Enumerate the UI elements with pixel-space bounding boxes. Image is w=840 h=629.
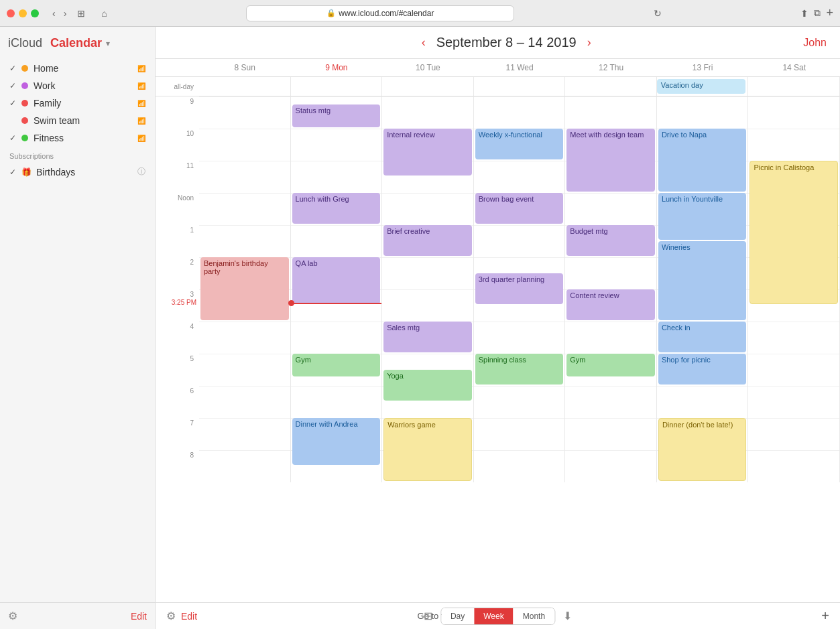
checkmark-fitness: ✓: [9, 133, 20, 143]
hour-line-6-0: [748, 96, 839, 97]
event-18[interactable]: Drive to Napa: [658, 129, 747, 192]
next-week-button[interactable]: ›: [587, 36, 591, 50]
sidebar-toggle-button[interactable]: ⊞: [77, 8, 85, 19]
hour-line-2-3: [382, 193, 473, 194]
event-21[interactable]: Check in: [658, 322, 747, 352]
add-tab-button[interactable]: +: [826, 6, 833, 20]
day-name-0: 8 Sun: [235, 63, 255, 72]
tab-overview-button[interactable]: ⧉: [814, 7, 821, 19]
time-gutter: [156, 59, 199, 76]
cal-grid-icon-button[interactable]: ⊞: [424, 610, 432, 622]
current-time-label: 3:25 PM: [172, 299, 196, 306]
event-5[interactable]: Internal review: [383, 129, 472, 176]
days-grid: Benjamin's birthday partyStatus mtgLunch…: [199, 96, 840, 482]
hour-line-1-7: [291, 322, 382, 322]
edit-button[interactable]: Edit: [131, 611, 147, 622]
info-icon-birthdays[interactable]: ⓘ: [137, 166, 145, 178]
day-col-2: Internal reviewBrief creativeSales mtgYo…: [382, 96, 474, 482]
day-col-5: Drive to NapaLunch in YountvilleWineries…: [657, 96, 749, 482]
home-button[interactable]: ⌂: [101, 8, 107, 19]
event-2[interactable]: QA lab: [292, 257, 381, 304]
scroll-area[interactable]: 91011Noon123456783:25 PM Benjamin's birt…: [156, 96, 840, 602]
allday-event-0[interactable]: Vacation day: [657, 79, 745, 94]
current-time-line: [291, 303, 382, 304]
event-10[interactable]: Weekly x-functional: [475, 129, 564, 159]
settings-button[interactable]: ⚙: [8, 610, 17, 622]
event-13[interactable]: Spinning class: [475, 354, 564, 385]
event-14[interactable]: Meet with design team: [566, 129, 655, 192]
time-label-9: 6: [156, 386, 199, 418]
checkmark-home: ✓: [9, 64, 20, 73]
user-name[interactable]: John: [803, 37, 827, 49]
hour-line-4-3: [565, 193, 656, 194]
download-button[interactable]: ⬇: [563, 610, 572, 622]
hour-line-0-4: [199, 225, 290, 226]
calendar-list: ✓ Home 📶 ✓ Work 📶 ✓ Family 📶 Swim team 📶…: [0, 57, 155, 602]
view-day-button[interactable]: Day: [441, 608, 474, 624]
event-11[interactable]: Brown bag event: [475, 193, 564, 224]
maximize-button[interactable]: [31, 9, 39, 17]
sidebar-item-swimteam[interactable]: Swim team 📶: [3, 112, 152, 129]
event-9[interactable]: Warriors game: [383, 418, 472, 481]
browser-nav: ‹ ›: [50, 7, 69, 20]
hour-line-0-0: [199, 96, 290, 97]
week-grid: 8 Sun 9 Mon 10 Tue 11 Wed 12 Thu 13 Fri …: [156, 59, 840, 629]
allday-cell-3: [474, 77, 566, 96]
url-bar[interactable]: 🔒 www.icloud.com/#calendar: [246, 5, 514, 21]
sidebar-item-family[interactable]: ✓ Family 📶: [3, 94, 152, 112]
title-chevron[interactable]: ▾: [106, 39, 110, 48]
sidebar-item-fitness[interactable]: ✓ Fitness 📶: [3, 129, 152, 147]
hour-line-5-9: [657, 386, 748, 387]
add-event-button[interactable]: +: [821, 608, 829, 624]
sidebar-item-work[interactable]: ✓ Work 📶: [3, 77, 152, 94]
wifi-icon-fitness: 📶: [137, 135, 145, 142]
event-19[interactable]: Lunch in Yountville: [658, 193, 747, 240]
forward-button[interactable]: ›: [61, 7, 70, 20]
sidebar-item-birthdays[interactable]: ✓ 🎁 Birthdays ⓘ: [3, 163, 152, 181]
sidebar: iCloud Calendar ▾ ✓ Home 📶 ✓ Work 📶 ✓ Fa…: [0, 27, 156, 629]
toolbar-settings-button[interactable]: ⚙: [166, 610, 176, 622]
prev-week-button[interactable]: ‹: [422, 36, 426, 50]
event-16[interactable]: Content review: [566, 289, 655, 320]
event-8[interactable]: Yoga: [383, 370, 472, 401]
minimize-button[interactable]: [19, 9, 27, 17]
url-text: www.icloud.com/#calendar: [339, 9, 434, 18]
hour-line-3-2: [474, 161, 565, 161]
view-week-button[interactable]: Week: [474, 608, 513, 624]
back-button[interactable]: ‹: [50, 7, 58, 20]
sidebar-item-home[interactable]: ✓ Home 📶: [3, 60, 152, 77]
browser-right: ⬆ ⧉ +: [800, 6, 833, 20]
event-15[interactable]: Budget mtg: [566, 225, 655, 256]
time-label-10: 7: [156, 418, 199, 450]
day-header-sun: 8 Sun: [199, 59, 291, 76]
event-7[interactable]: Sales mtg: [383, 322, 472, 352]
event-4[interactable]: Dinner with Andrea: [292, 418, 381, 465]
event-25[interactable]: Benjamin's birthday party: [200, 257, 289, 320]
event-24[interactable]: Picnic in Calistoga: [749, 161, 838, 304]
close-button[interactable]: [7, 9, 15, 17]
event-22[interactable]: Shop for picnic: [658, 354, 747, 385]
event-12[interactable]: 3rd quarter planning: [475, 273, 564, 304]
event-17[interactable]: Gym: [566, 354, 655, 376]
event-23[interactable]: Dinner (don't be late!): [658, 418, 747, 481]
event-0[interactable]: Status mtg: [292, 104, 381, 127]
app-title-icloud: iCloud: [8, 36, 42, 50]
event-3[interactable]: Gym: [292, 354, 381, 376]
allday-cell-4: [565, 77, 657, 96]
time-grid: 91011Noon123456783:25 PM Benjamin's birt…: [156, 96, 840, 482]
toolbar-edit-button[interactable]: Edit: [181, 611, 197, 622]
share-button[interactable]: ⬆: [800, 8, 808, 19]
time-label-7: 4: [156, 322, 199, 354]
view-month-button[interactable]: Month: [514, 608, 554, 624]
time-label-5: 2: [156, 257, 199, 289]
event-6[interactable]: Brief creative: [383, 225, 472, 256]
event-20[interactable]: Wineries: [658, 241, 747, 320]
reload-button[interactable]: ↻: [654, 8, 662, 19]
checkmark-birthdays: ✓: [9, 167, 20, 177]
current-time-dot: [288, 300, 294, 306]
hour-line-3-7: [474, 322, 565, 322]
event-1[interactable]: Lunch with Greg: [292, 193, 381, 224]
cal-dot-swimteam: [21, 117, 28, 124]
day-header-wed: 11 Wed: [474, 59, 566, 76]
toolbar-center: ⊞ Day Week Month ⬇: [424, 608, 572, 625]
